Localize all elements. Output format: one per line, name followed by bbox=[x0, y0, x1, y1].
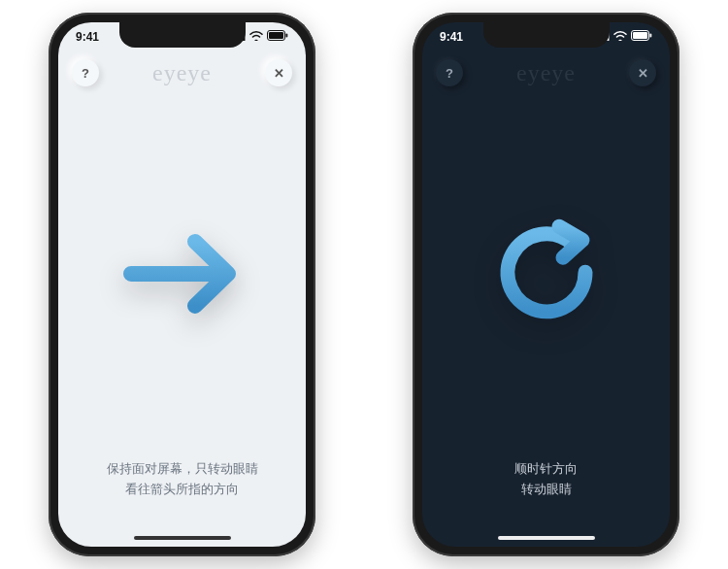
notch bbox=[483, 22, 610, 48]
close-button[interactable]: ✕ bbox=[629, 59, 656, 86]
battery-icon bbox=[267, 30, 288, 44]
close-button[interactable]: ✕ bbox=[265, 59, 292, 86]
help-icon: ? bbox=[446, 66, 453, 81]
close-icon: ✕ bbox=[638, 66, 648, 81]
instructions-line-2: 转动眼睛 bbox=[446, 480, 646, 500]
svg-rect-6 bbox=[286, 34, 288, 38]
screen-left: 9:41 ? eyeye ✕ bbox=[58, 22, 306, 547]
phone-mockup-right: 9:41 ? eyeye ✕ bbox=[413, 13, 679, 556]
svg-rect-5 bbox=[269, 32, 283, 39]
status-time: 9:41 bbox=[76, 30, 99, 44]
wifi-icon bbox=[613, 30, 627, 44]
home-indicator bbox=[498, 536, 595, 540]
app-logo: eyeye bbox=[152, 60, 212, 86]
app-logo: eyeye bbox=[516, 60, 576, 86]
battery-icon bbox=[631, 30, 652, 44]
instructions-text: 顺时针方向 转动眼睛 bbox=[422, 459, 670, 500]
help-icon: ? bbox=[82, 66, 89, 81]
status-time: 9:41 bbox=[440, 30, 463, 44]
instructions-line-2: 看往箭头所指的方向 bbox=[82, 480, 282, 500]
rotate-clockwise-icon bbox=[483, 209, 610, 339]
top-bar: ? eyeye ✕ bbox=[422, 59, 670, 86]
svg-rect-12 bbox=[633, 32, 647, 39]
notch bbox=[119, 22, 246, 48]
instructions-line-1: 顺时针方向 bbox=[446, 459, 646, 480]
svg-rect-13 bbox=[650, 34, 652, 38]
screen-right: 9:41 ? eyeye ✕ bbox=[422, 22, 670, 547]
wifi-icon bbox=[249, 30, 263, 44]
help-button[interactable]: ? bbox=[436, 59, 463, 86]
arrow-right-icon bbox=[119, 220, 246, 331]
top-bar: ? eyeye ✕ bbox=[58, 59, 306, 86]
close-icon: ✕ bbox=[274, 66, 284, 81]
help-button[interactable]: ? bbox=[72, 59, 99, 86]
home-indicator bbox=[134, 536, 231, 540]
phone-mockup-left: 9:41 ? eyeye ✕ bbox=[49, 13, 315, 556]
instructions-line-1: 保持面对屏幕，只转动眼睛 bbox=[82, 459, 282, 480]
instructions-text: 保持面对屏幕，只转动眼睛 看往箭头所指的方向 bbox=[58, 459, 306, 500]
